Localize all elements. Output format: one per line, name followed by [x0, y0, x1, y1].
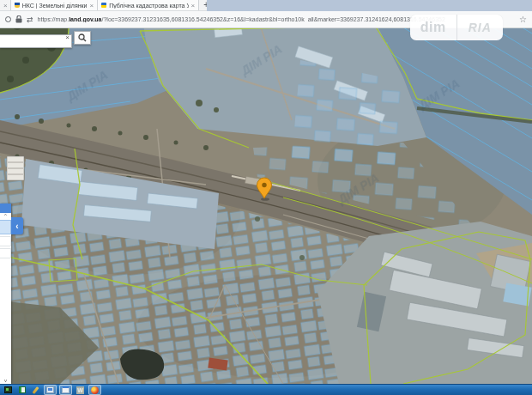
lock-icon: [15, 15, 22, 23]
panel-collapse-button[interactable]: ‹: [11, 217, 23, 234]
close-icon[interactable]: ×: [0, 0, 10, 11]
page-info-icon[interactable]: [5, 16, 11, 22]
tab-title: Публічна кадастрова карта У: [109, 3, 188, 9]
new-tab-button[interactable]: +: [203, 0, 207, 10]
scroll-up-icon[interactable]: ^: [0, 213, 11, 219]
panel-spacer: [0, 259, 11, 378]
taskbar-spreadsheet-icon[interactable]: [16, 385, 27, 395]
scroll-down-icon[interactable]: v: [0, 378, 11, 384]
nks-favicon: [15, 3, 20, 8]
url-path: /?loc=3369237.31231635,6081316.54246352&…: [102, 16, 445, 22]
map-search-control: ×: [0, 31, 91, 48]
watermark-ria-label: RIA: [469, 21, 492, 34]
screenshot-root: ДІМ РІА ДІМ РІА ДІМ РІА ДІМ РІА × НКС | …: [0, 0, 532, 395]
ukraine-flag-favicon: [101, 3, 106, 8]
search-button[interactable]: [74, 31, 91, 45]
taskbar-browser-icon[interactable]: [88, 385, 101, 395]
list-item[interactable]: [0, 248, 11, 258]
sync-arrows-icon[interactable]: ⇄: [27, 12, 33, 27]
list-item[interactable]: [0, 236, 11, 246]
tab-nks[interactable]: НКС | Земельні ділянки ×: [10, 0, 99, 11]
search-input[interactable]: [0, 34, 72, 48]
clear-search-icon[interactable]: ×: [65, 33, 70, 42]
photo-watermark: dim RIA: [410, 15, 503, 40]
results-side-panel: ^ v: [0, 204, 11, 384]
list-item-selected[interactable]: [0, 220, 11, 234]
watermark-dim-label: dim: [420, 20, 446, 35]
taskbar-pencil-icon[interactable]: [30, 385, 41, 395]
tab-cadastral-map[interactable]: Публічна кадастрова карта У ×: [98, 0, 199, 11]
panel-header: [0, 204, 11, 213]
url-domain: land.gov.ua: [69, 16, 101, 22]
bookmark-star-icon[interactable]: ☆: [519, 12, 527, 27]
taskbar-console-icon[interactable]: [3, 385, 14, 395]
satellite-map[interactable]: ДІМ РІА ДІМ РІА ДІМ РІА ДІМ РІА: [0, 0, 532, 384]
close-icon[interactable]: ×: [90, 0, 94, 11]
taskbar-word-icon[interactable]: W: [75, 385, 86, 395]
windows-taskbar: W: [0, 384, 532, 395]
search-icon: [78, 33, 87, 42]
chevron-left-icon: ‹: [15, 222, 18, 231]
tab-title: НКС | Земельні ділянки: [22, 3, 88, 9]
taskbar-window-icon[interactable]: [59, 385, 72, 395]
close-icon[interactable]: ×: [191, 0, 196, 11]
browser-tab-strip: × НКС | Земельні ділянки × Публічна када…: [0, 0, 207, 11]
url-prefix: https://map.: [38, 16, 70, 22]
taskbar-paint-icon[interactable]: [44, 385, 57, 395]
